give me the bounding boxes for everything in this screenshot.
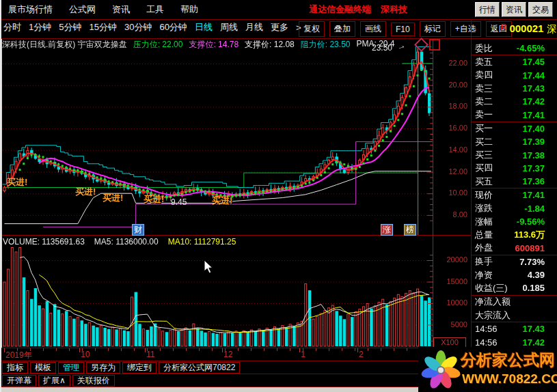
period-tab[interactable]: 月线 xyxy=(245,21,263,33)
chart-badge[interactable]: 财 xyxy=(132,224,144,236)
quote-row-label: 买四 xyxy=(475,162,493,174)
quote-row-value: 17.39 xyxy=(522,137,545,147)
quote-row-value: 17.44 xyxy=(522,70,545,81)
brand-stock-name: 深科技 xyxy=(381,3,407,16)
watermark-site-url: WWW.70822.COM xyxy=(462,372,557,387)
quote-row-value: 4.39 xyxy=(528,270,545,280)
menu-item[interactable]: 资讯 xyxy=(104,3,138,16)
x-axis-tick xyxy=(251,348,252,351)
x-axis-tick xyxy=(381,348,381,351)
window-box-icon[interactable] xyxy=(429,39,440,51)
quote-row-label: 总量 xyxy=(475,229,493,241)
bottom-tab[interactable]: 扩展∧ xyxy=(38,375,70,387)
bottom-tab[interactable]: 另存为 xyxy=(86,362,120,374)
period-tabs: 分时1分钟5分钟15分钟30分钟60分钟日线周线月线更多> xyxy=(3,21,301,33)
period-tab[interactable]: 分时 xyxy=(3,21,21,33)
price-axis-label: 16.00 xyxy=(437,124,467,132)
volume-header: VOLUME: 1135691.63MA5: 1136000.00MA10: 1… xyxy=(3,237,236,247)
period-tab[interactable]: 15分钟 xyxy=(89,21,116,33)
menu-item[interactable]: 公式网 xyxy=(61,3,104,16)
quote-row-value: 17.37 xyxy=(522,163,545,173)
period-tab[interactable]: 日线 xyxy=(195,21,213,33)
x-axis-tick-major xyxy=(145,348,146,352)
quote-row-label: 涨幅 xyxy=(475,216,493,228)
action-button[interactable]: +自选 xyxy=(450,21,481,37)
quote-row-label: 委比 xyxy=(475,42,493,55)
x-axis-tick xyxy=(277,348,277,351)
quote-row-value: 17.42 xyxy=(522,337,545,348)
bottom-tab[interactable]: 绑定到 xyxy=(122,362,157,374)
quote-row-label: 买一 xyxy=(475,122,493,135)
x-axis-month-label: 10 xyxy=(81,350,90,359)
indicator-field: 阻力价: 23.50 xyxy=(301,39,351,51)
x-axis-tick-major xyxy=(4,348,5,352)
x-axis-tick xyxy=(121,348,122,351)
menu-item[interactable]: 工具 xyxy=(138,3,172,16)
quote-row-value: 17.40 xyxy=(522,124,545,134)
bottom-tab[interactable]: 指标 xyxy=(2,362,28,374)
action-button[interactable]: F10 xyxy=(391,23,415,36)
quote-row: 收益(三)0.185 xyxy=(472,281,557,295)
mouse-cursor xyxy=(204,260,213,274)
period-tab[interactable]: 更多 xyxy=(271,21,288,33)
peak-price-label: 23.50 xyxy=(372,43,392,53)
bottom-tab[interactable]: 开弹幕 xyxy=(2,375,36,387)
quote-row: 现价17.41 xyxy=(472,188,557,201)
header-button[interactable]: 资讯 xyxy=(502,2,526,17)
x-axis-tick xyxy=(355,348,355,351)
x-axis-tick xyxy=(95,348,96,351)
x-axis-tick xyxy=(264,348,264,351)
action-button[interactable]: 叠加 xyxy=(329,21,355,37)
bottom-tab[interactable]: 管理 xyxy=(58,362,84,374)
quote-row: 卖五17.45 xyxy=(472,55,557,68)
quote-row: 买四17.37 xyxy=(472,162,557,175)
bottom-tab[interactable]: 关联报价 xyxy=(72,375,115,387)
period-tab[interactable]: 60分钟 xyxy=(159,21,187,33)
action-button[interactable]: 画线 xyxy=(360,21,386,37)
quote-row-label: 现价 xyxy=(475,189,493,201)
bottom-tab[interactable]: 分析家公式网70822 xyxy=(159,362,240,374)
x-axis-tick xyxy=(316,348,316,351)
price-axis-label: 10.00 xyxy=(437,188,467,197)
chart-title-bar: 深科技(日线.前复权) 宇宙双龙操盘 压力位: 22.00支撑位: 14.78支… xyxy=(2,39,395,51)
window-buttons: 行情资讯交易 xyxy=(473,2,553,17)
chart-badge[interactable]: 涨 xyxy=(381,224,393,236)
x-axis-tick xyxy=(173,348,174,351)
volume-axis-label: 10000 xyxy=(437,298,467,307)
price-axis-label: 12.00 xyxy=(437,167,467,176)
volume-axis-label: 15000 xyxy=(437,277,467,285)
action-button[interactable]: 标记 xyxy=(420,21,446,37)
price-axis-label: 22.00 xyxy=(437,59,467,67)
period-tab[interactable]: 30分钟 xyxy=(124,21,152,33)
quote-row: 卖一17.41 xyxy=(472,108,557,122)
quote-row-value: 17.36 xyxy=(522,176,545,186)
x-axis-tick-major xyxy=(79,348,80,352)
volume-axis-label: 5000 xyxy=(437,320,467,328)
header-button[interactable]: 行情 xyxy=(475,2,500,17)
watermark-site-name: 分析家公式网 xyxy=(461,350,555,371)
period-tab[interactable]: 1分钟 xyxy=(29,21,51,33)
quote-row-label: 卖三 xyxy=(475,83,493,95)
x-axis-tick xyxy=(160,348,161,351)
quote-row-value: -9.56% xyxy=(517,216,545,227)
quote-row-value: 113.6万 xyxy=(514,229,545,241)
header-button[interactable]: 交易 xyxy=(528,2,553,17)
x-axis-tick-major xyxy=(357,348,358,352)
buy-signal-label: 买进! xyxy=(103,192,123,204)
buy-signal-label: 买进! xyxy=(7,176,27,188)
menu-item[interactable]: 展市场行情 xyxy=(0,3,61,16)
chart-badge[interactable]: 榜 xyxy=(404,224,416,236)
window-left-edge xyxy=(0,0,1,392)
chart-canvas[interactable] xyxy=(0,38,472,348)
x-axis-month-label: 1 xyxy=(301,350,305,359)
x-axis-tick xyxy=(69,348,70,351)
quote-row: 14:5617.43 xyxy=(472,322,557,335)
period-tab[interactable]: 周线 xyxy=(220,21,238,33)
stock-code-suffix: 深 xyxy=(547,23,556,34)
x-axis-tick xyxy=(290,348,290,351)
menu-item[interactable]: 帮助 xyxy=(172,3,206,16)
action-button[interactable]: 复权 xyxy=(299,21,325,37)
bottom-tab-row-2: 开弹幕扩展∧关联报价 xyxy=(0,374,474,387)
bottom-tab[interactable]: 模板 xyxy=(30,362,56,374)
period-tab[interactable]: 5分钟 xyxy=(59,21,81,33)
